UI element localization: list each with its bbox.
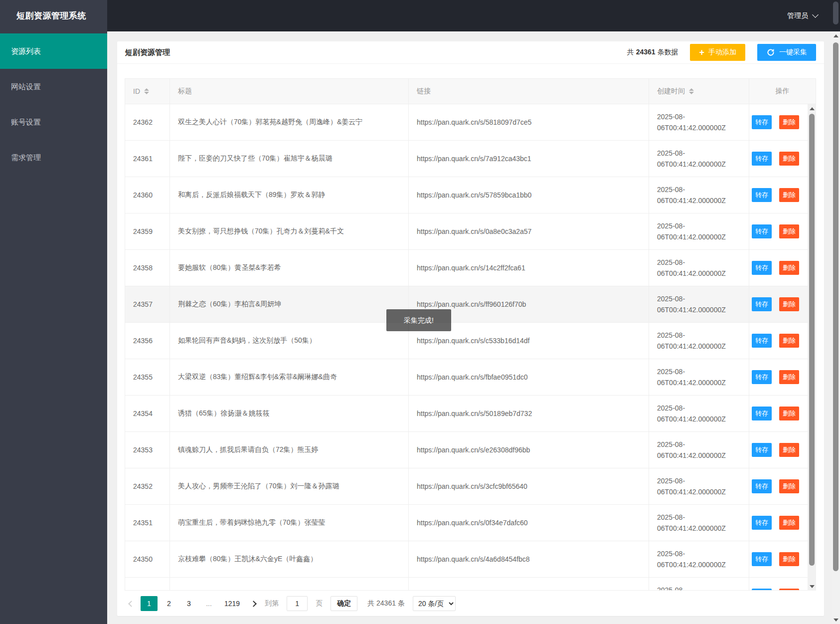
table-scrollbar[interactable] bbox=[808, 104, 816, 591]
cell-created: 2025-08- 06T00:41:42.000000Z bbox=[649, 104, 749, 140]
chevron-right-icon bbox=[250, 601, 257, 607]
save-button[interactable]: 转存 bbox=[752, 552, 772, 566]
delete-button[interactable]: 删除 bbox=[779, 224, 799, 238]
date-line-1: 2025-08- bbox=[657, 475, 741, 486]
delete-button[interactable]: 删除 bbox=[779, 115, 799, 129]
cell-id: 24355 bbox=[125, 359, 170, 395]
cell-title: 萌宝重生后，带着妈咪惊艳九零（70集）张莹莹 bbox=[170, 505, 409, 541]
scroll-down-icon[interactable] bbox=[808, 582, 816, 591]
cell-id: 24362 bbox=[125, 104, 170, 140]
scroll-up-icon[interactable] bbox=[808, 104, 816, 113]
user-menu[interactable]: 管理员 bbox=[787, 0, 818, 31]
delete-button[interactable]: 删除 bbox=[779, 188, 799, 202]
page-size-select[interactable]: 20 条/页 bbox=[413, 596, 456, 611]
cell-link: https://pan.quark.cn/s/0f34e7dafc60 bbox=[409, 505, 649, 541]
date-line-1: 2025-08- bbox=[657, 220, 741, 231]
page-number[interactable]: ... bbox=[200, 596, 217, 611]
cell-link: https://pan.quark.cn/s/4a6d8454fbc8 bbox=[409, 541, 649, 577]
page-number[interactable]: 3 bbox=[180, 596, 197, 611]
sidebar-item[interactable]: 资源列表 bbox=[0, 33, 107, 69]
page-scrollbar-thumb[interactable] bbox=[833, 42, 839, 571]
date-line-2: 06T00:41:42.000000Z bbox=[657, 523, 741, 534]
page-scroll-down-icon[interactable] bbox=[832, 616, 840, 624]
app-title: 短剧资源管理系统 bbox=[0, 0, 107, 31]
cell-id: 24354 bbox=[125, 396, 170, 431]
save-button[interactable]: 转存 bbox=[752, 479, 772, 493]
cell-title: 美人攻心，男频帝王沦陷了（70集）刘一隆＆孙露璐 bbox=[170, 468, 409, 504]
cell-title: 如果轮回有声音&妈妈，这次别放手（50集） bbox=[170, 323, 409, 359]
chevron-down-icon bbox=[812, 11, 819, 18]
resource-table: ID 标题 链接 创建时间 操作 bbox=[125, 78, 816, 591]
save-button[interactable]: 转存 bbox=[752, 188, 772, 202]
page-number[interactable]: 1 bbox=[141, 596, 158, 611]
delete-button[interactable]: 删除 bbox=[779, 443, 799, 457]
confirm-button[interactable]: 确定 bbox=[331, 596, 357, 611]
page-number[interactable]: 2 bbox=[161, 596, 177, 611]
delete-button[interactable]: 删除 bbox=[779, 589, 799, 591]
page-scroll-up-icon[interactable] bbox=[832, 31, 840, 40]
table-scrollbar-thumb[interactable] bbox=[809, 114, 815, 566]
pagination-bar: 1 2 3 ... 1219 到第 页 确定 共 24361 条 20 条/页 bbox=[117, 591, 824, 616]
cell-link: https://pan.quark.cn/s/fbfae0951dc0 bbox=[409, 359, 649, 395]
user-label: 管理员 bbox=[787, 11, 808, 20]
page-scrollbar[interactable] bbox=[832, 31, 840, 624]
cell-actions: 转存 删除 bbox=[749, 505, 816, 541]
delete-button[interactable]: 删除 bbox=[779, 297, 799, 311]
total-count-text: 共 24361 条数据 bbox=[627, 48, 678, 57]
prev-page-button[interactable] bbox=[125, 596, 138, 611]
cell-title: 荆棘之恋（60集）李柏言&周妍坤 bbox=[170, 286, 409, 322]
delete-button[interactable]: 删除 bbox=[779, 552, 799, 566]
save-button[interactable]: 转存 bbox=[752, 370, 772, 384]
table-row: 24355 大梁双逆（83集）董绍辉&李钊&索菲&阚琳娜&曲奇 https://… bbox=[125, 359, 816, 396]
cell-title: 京枝难攀（80集）王凯沐&六金yE（叶鑫鑫） bbox=[170, 541, 409, 577]
save-button[interactable]: 转存 bbox=[752, 407, 772, 420]
delete-button[interactable]: 删除 bbox=[779, 479, 799, 493]
save-button[interactable]: 转存 bbox=[752, 589, 772, 591]
sidebar-item[interactable]: 需求管理 bbox=[0, 140, 107, 175]
delete-button[interactable]: 删除 bbox=[779, 370, 799, 384]
save-button[interactable]: 转存 bbox=[752, 152, 772, 166]
toast-message: 采集完成! bbox=[386, 309, 451, 331]
cell-actions: 转存 删除 bbox=[749, 250, 816, 286]
column-header-actions: 操作 bbox=[749, 79, 816, 104]
table-body: 24362 双生之美人心计（70集）郭茗苑&越野兔（周逸峰）&姜云宁 https… bbox=[125, 104, 816, 591]
delete-button[interactable]: 删除 bbox=[779, 334, 799, 348]
sort-icon-id[interactable] bbox=[144, 88, 149, 94]
delete-button[interactable]: 删除 bbox=[779, 516, 799, 530]
page-number-list: 1 2 3 ... 1219 bbox=[141, 596, 244, 611]
jump-page-input[interactable] bbox=[287, 596, 308, 611]
next-page-button[interactable] bbox=[247, 596, 260, 611]
page-number[interactable]: 1219 bbox=[220, 596, 244, 611]
save-button[interactable]: 转存 bbox=[752, 334, 772, 348]
sort-icon-created[interactable] bbox=[689, 88, 694, 94]
cell-title: 大梁双逆（83集）董绍辉&李钊&索菲&阚琳娜&曲奇 bbox=[170, 359, 409, 395]
cell-created: 2025-08- 06T00:41:42.000000Z bbox=[649, 177, 749, 213]
delete-button[interactable]: 删除 bbox=[779, 407, 799, 420]
save-button[interactable]: 转存 bbox=[752, 115, 772, 129]
date-line-2: 06T00:41:42.000000Z bbox=[657, 122, 741, 133]
card-header: 短剧资源管理 共 24361 条数据 + 手动添加 bbox=[117, 41, 824, 64]
cell-actions: 转存 删除 bbox=[749, 104, 816, 140]
table-header: ID 标题 链接 创建时间 操作 bbox=[125, 78, 816, 104]
cell-link: https://pan.quark.cn/s/7a912ca43bc1 bbox=[409, 141, 649, 177]
cell-actions: 转存 删除 bbox=[749, 213, 816, 249]
date-line-1: 2025-08- bbox=[657, 184, 741, 195]
save-button[interactable]: 转存 bbox=[752, 443, 772, 457]
manual-add-label: 手动添加 bbox=[708, 48, 736, 57]
sidebar-item[interactable]: 网站设置 bbox=[0, 69, 107, 104]
save-button[interactable]: 转存 bbox=[752, 516, 772, 530]
column-header-title: 标题 bbox=[170, 79, 409, 104]
date-line-2: 06T00:41:42.000000Z bbox=[657, 231, 741, 242]
save-button[interactable]: 转存 bbox=[752, 297, 772, 311]
cell-id: 24359 bbox=[125, 213, 170, 249]
manual-add-button[interactable]: + 手动添加 bbox=[690, 44, 745, 61]
delete-button[interactable]: 删除 bbox=[779, 152, 799, 166]
one-click-collect-button[interactable]: 一键采集 bbox=[757, 44, 816, 61]
save-button[interactable]: 转存 bbox=[752, 261, 772, 275]
delete-button[interactable]: 删除 bbox=[779, 261, 799, 275]
total-suffix: 条数据 bbox=[657, 48, 678, 56]
column-actions-label: 操作 bbox=[776, 87, 790, 96]
sidebar-menu: 资源列表 网站设置 账号设置 需求管理 bbox=[0, 31, 107, 175]
sidebar-item[interactable]: 账号设置 bbox=[0, 104, 107, 140]
save-button[interactable]: 转存 bbox=[752, 224, 772, 238]
